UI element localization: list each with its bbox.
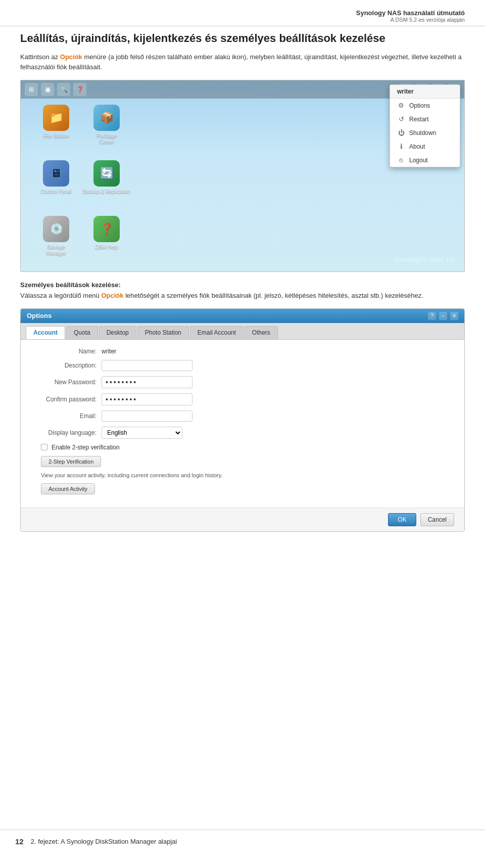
dsm-help-icon: ❓ xyxy=(93,216,120,242)
value-name: writer xyxy=(102,348,116,355)
dialog-titlebar: Options ? – ✕ xyxy=(21,309,464,323)
page-header: Synology NAS használati útmutató A DSM 5… xyxy=(0,0,485,26)
taskbar-icon-search[interactable]: 🔍 xyxy=(57,83,70,96)
file-station-label: File Station xyxy=(43,133,69,139)
tab-email-account[interactable]: Email Account xyxy=(190,326,244,339)
options-dialog: Options ? – ✕ Account Quota Desktop Phot… xyxy=(20,308,465,532)
section2-text-2: lehetőségét a személyes fiók beállításai… xyxy=(124,292,423,299)
tab-quota[interactable]: Quota xyxy=(66,326,98,339)
desktop-icon-dsm-help[interactable]: ❓ DSM Help xyxy=(81,212,132,267)
shutdown-icon: ⏻ xyxy=(397,129,405,136)
dialog-tabs: Account Quota Desktop Photo Station Emai… xyxy=(21,323,464,340)
form-row-description: Description: xyxy=(31,360,454,371)
input-description[interactable] xyxy=(102,360,192,371)
label-language: Display language: xyxy=(31,429,96,436)
btn-cancel[interactable]: Cancel xyxy=(420,513,454,526)
options-menu-item-logout[interactable]: ⎋ Logout xyxy=(390,153,460,167)
checkbox-2step-label: Enable 2-step verification xyxy=(52,444,120,451)
label-new-password: New Password: xyxy=(31,379,96,386)
input-email[interactable] xyxy=(102,410,192,422)
storage-icon: 💿 xyxy=(43,216,69,242)
btn-ok[interactable]: OK xyxy=(388,513,416,526)
dsm-options-menu: writer ⚙ Options ↺ Restart ⏻ Shutdown ℹ … xyxy=(390,84,460,167)
page-footer: 12 2. fejezet: A Synology DiskStation Ma… xyxy=(0,830,485,853)
storage-label: StorageManager xyxy=(46,244,66,256)
options-item-label-restart: Restart xyxy=(409,116,429,123)
section2-paragraph: Személyes beállítások kezelése: Válassza… xyxy=(20,280,465,301)
taskbar-left: ⊞ ▣ 🔍 ❓ xyxy=(25,83,86,96)
dialog-help-btn[interactable]: ? xyxy=(428,312,436,320)
options-menu-item-options[interactable]: ⚙ Options xyxy=(390,99,460,112)
dialog-title: Options xyxy=(27,312,52,319)
backup-icon: 🔄 xyxy=(93,160,120,187)
form-row-email: Email: xyxy=(31,410,454,422)
form-row-new-password: New Password: xyxy=(31,376,454,388)
tab-account[interactable]: Account xyxy=(26,326,65,339)
input-new-password[interactable] xyxy=(102,376,192,388)
section2-heading: Személyes beállítások kezelése: xyxy=(20,281,121,289)
btn-2step-verification[interactable]: 2-Step Verification xyxy=(41,456,101,467)
dialog-minimize-btn[interactable]: – xyxy=(439,312,447,320)
dialog-footer: OK Cancel xyxy=(21,508,464,531)
label-name: Name: xyxy=(31,348,96,355)
control-panel-icon: 🖥 xyxy=(43,160,69,187)
options-menu-item-shutdown[interactable]: ⏻ Shutdown xyxy=(390,126,460,140)
package-center-label: PackageCenter xyxy=(97,133,117,145)
dsm-help-label: DSM Help xyxy=(95,244,118,250)
dsm-screenshot: ⊞ ▣ 🔍 ❓ 💬 👤 🔎 ⊞ 📁 File Station 📦 Package… xyxy=(20,80,465,272)
taskbar-icon-grid[interactable]: ⊞ xyxy=(25,83,38,96)
footer-text: 2. fejezet: A Synology DiskStation Manag… xyxy=(31,838,177,845)
desktop-icon-control-panel[interactable]: 🖥 Control Panel xyxy=(31,156,81,212)
options-item-label-about: About xyxy=(409,143,425,150)
tab-desktop[interactable]: Desktop xyxy=(99,326,136,339)
doc-title-sub: A DSM 5.2-es verziója alapján xyxy=(20,17,465,23)
taskbar-icon-help[interactable]: ❓ xyxy=(73,83,86,96)
taskbar-icon-windows[interactable]: ▣ xyxy=(41,83,54,96)
intro-text-1: Kattintson az xyxy=(20,53,60,61)
file-station-icon: 📁 xyxy=(43,105,69,131)
intro-paragraph: Kattintson az Opciók menüre (a jobb fels… xyxy=(20,52,465,73)
desktop-icon-package-center[interactable]: 📦 PackageCenter xyxy=(81,101,132,156)
input-confirm-password[interactable] xyxy=(102,393,192,405)
options-item-label-shutdown: Shutdown xyxy=(409,129,436,136)
dialog-controls: ? – ✕ xyxy=(428,312,458,320)
form-row-language: Display language: English xyxy=(31,427,454,439)
desktop-icon-storage[interactable]: 💿 StorageManager xyxy=(31,212,81,267)
form-row-name: Name: writer xyxy=(31,348,454,355)
dialog-close-btn[interactable]: ✕ xyxy=(450,312,458,320)
label-confirm-password: Confirm password: xyxy=(31,396,96,403)
desktop-icon-file-station[interactable]: 📁 File Station xyxy=(31,101,81,156)
select-language[interactable]: English xyxy=(102,427,182,439)
btn-2step-wrap: 2-Step Verification xyxy=(31,456,454,472)
language-select-wrap: English xyxy=(102,427,182,439)
dsm-watermark: Synology® DSM 5.2 xyxy=(395,256,454,263)
intro-text-2: menüre (a jobb felső részen található em… xyxy=(20,53,462,71)
btn-account-activity[interactable]: Account Activity xyxy=(41,483,95,494)
form-row-confirm-password: Confirm password: xyxy=(31,393,454,405)
btn-activity-wrap: Account Activity xyxy=(31,483,454,499)
dialog-body: Name: writer Description: New Password: … xyxy=(21,340,464,508)
options-item-label-options: Options xyxy=(409,102,430,109)
page-number: 12 xyxy=(15,837,24,846)
section2-highlight: Opciók xyxy=(101,292,123,299)
section2-text-1: Válassza a legördülő menü xyxy=(20,292,101,299)
checkbox-2step[interactable] xyxy=(41,444,47,450)
options-item-label-logout: Logout xyxy=(409,157,428,164)
desktop-icon-backup[interactable]: 🔄 Backup & Replication xyxy=(81,156,132,212)
backup-label: Backup & Replication xyxy=(82,189,130,195)
dsm-desktop: 📁 File Station 📦 PackageCenter 🖥 Control… xyxy=(31,101,132,267)
options-menu-item-about[interactable]: ℹ About xyxy=(390,140,460,153)
restart-icon: ↺ xyxy=(397,115,405,123)
package-center-icon: 📦 xyxy=(93,105,120,131)
tab-others[interactable]: Others xyxy=(245,326,278,339)
control-panel-label: Control Panel xyxy=(41,189,72,195)
options-menu-item-restart[interactable]: ↺ Restart xyxy=(390,112,460,126)
doc-title-main: Synology NAS használati útmutató xyxy=(20,9,465,17)
main-heading: Leállítás, újraindítás, kijelentkezés és… xyxy=(20,31,465,46)
label-email: Email: xyxy=(31,413,96,420)
label-description: Description: xyxy=(31,362,96,369)
intro-highlight: Opciók xyxy=(60,53,82,61)
tab-photo-station[interactable]: Photo Station xyxy=(137,326,189,339)
logout-icon: ⎋ xyxy=(397,156,405,164)
about-icon: ℹ xyxy=(397,143,405,150)
